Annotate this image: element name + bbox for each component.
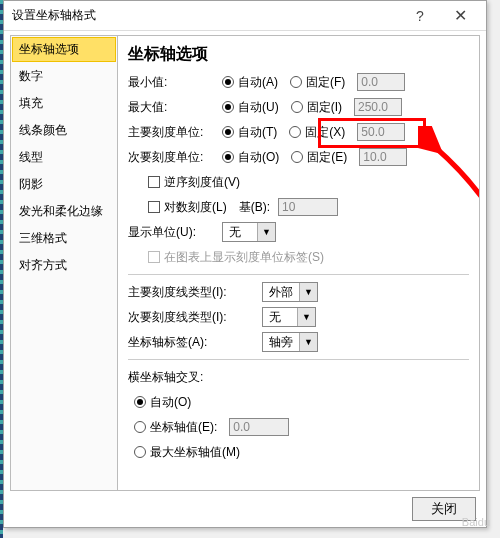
row-axis-labels: 坐标轴标签(A): 轴旁 ▼ (128, 331, 469, 353)
sidebar-item-line-style[interactable]: 线型 (11, 144, 117, 171)
radio-max-auto[interactable]: 自动(U) (222, 99, 279, 116)
dialog-window: 设置坐标轴格式 ? ✕ 坐标轴选项 数字 填充 线条颜色 线型 阴影 发光和柔化… (3, 0, 487, 528)
label-major-tick: 主要刻度线类型(I): (128, 284, 258, 301)
titlebar: 设置坐标轴格式 ? ✕ (4, 1, 486, 31)
label-max: 最大值: (128, 99, 218, 116)
row-logscale: 对数刻度(L) 基(B): (128, 196, 469, 218)
radio-minor-fixed[interactable]: 固定(E) (291, 149, 347, 166)
chk-logscale[interactable]: 对数刻度(L) (148, 199, 227, 216)
row-reverse: 逆序刻度值(V) (128, 171, 469, 193)
row-max: 最大值: 自动(U) 固定(I) (128, 96, 469, 118)
sidebar: 坐标轴选项 数字 填充 线条颜色 线型 阴影 发光和柔化边缘 三维格式 对齐方式 (10, 35, 118, 491)
help-button[interactable]: ? (400, 2, 440, 30)
input-minor[interactable] (359, 148, 407, 166)
separator (128, 359, 469, 360)
label-min: 最小值: (128, 74, 218, 91)
input-base[interactable] (278, 198, 338, 216)
row-cross-max: 最大坐标轴值(M) (128, 441, 469, 463)
chevron-down-icon: ▼ (257, 223, 275, 241)
separator (128, 274, 469, 275)
radio-max-fixed[interactable]: 固定(I) (291, 99, 342, 116)
select-axis-labels[interactable]: 轴旁 ▼ (262, 332, 318, 352)
label-cross-heading: 横坐标轴交叉: (128, 369, 203, 386)
radio-cross-value[interactable]: 坐标轴值(E): (134, 419, 217, 436)
input-major[interactable] (357, 123, 405, 141)
row-cross-auto: 自动(O) (128, 391, 469, 413)
row-cross-heading: 横坐标轴交叉: (128, 366, 469, 388)
chk-show-unit-label[interactable]: 在图表上显示刻度单位标签(S) (148, 249, 324, 266)
radio-major-auto[interactable]: 自动(T) (222, 124, 277, 141)
sidebar-item-number[interactable]: 数字 (11, 63, 117, 90)
sidebar-item-shadow[interactable]: 阴影 (11, 171, 117, 198)
radio-major-fixed[interactable]: 固定(X) (289, 124, 345, 141)
row-show-unit-label: 在图表上显示刻度单位标签(S) (128, 246, 469, 268)
chevron-down-icon: ▼ (299, 283, 317, 301)
sidebar-item-line-color[interactable]: 线条颜色 (11, 117, 117, 144)
select-display-unit[interactable]: 无 ▼ (222, 222, 276, 242)
close-dialog-button[interactable]: 关闭 (412, 497, 476, 521)
select-major-tick[interactable]: 外部 ▼ (262, 282, 318, 302)
input-max[interactable] (354, 98, 402, 116)
radio-cross-max[interactable]: 最大坐标轴值(M) (134, 444, 240, 461)
sidebar-item-3d[interactable]: 三维格式 (11, 225, 117, 252)
label-display-unit: 显示单位(U): (128, 224, 218, 241)
label-base: 基(B): (239, 199, 270, 216)
radio-minor-auto[interactable]: 自动(O) (222, 149, 279, 166)
row-major: 主要刻度单位: 自动(T) 固定(X) (128, 121, 469, 143)
main-panel: 坐标轴选项 最小值: 自动(A) 固定(F) 最大值: 自动(U) 固定(I) … (118, 35, 480, 491)
dialog-body: 坐标轴选项 数字 填充 线条颜色 线型 阴影 发光和柔化边缘 三维格式 对齐方式… (10, 35, 480, 491)
chk-reverse[interactable]: 逆序刻度值(V) (148, 174, 240, 191)
input-min[interactable] (357, 73, 405, 91)
select-minor-tick[interactable]: 无 ▼ (262, 307, 316, 327)
close-button[interactable]: ✕ (440, 2, 480, 30)
sidebar-item-align[interactable]: 对齐方式 (11, 252, 117, 279)
input-cross-value[interactable] (229, 418, 289, 436)
section-title: 坐标轴选项 (128, 44, 469, 65)
row-major-tick: 主要刻度线类型(I): 外部 ▼ (128, 281, 469, 303)
label-axis-labels: 坐标轴标签(A): (128, 334, 258, 351)
radio-cross-auto[interactable]: 自动(O) (134, 394, 191, 411)
label-major: 主要刻度单位: (128, 124, 218, 141)
row-cross-value: 坐标轴值(E): (128, 416, 469, 438)
titlebar-title: 设置坐标轴格式 (12, 7, 400, 24)
sidebar-item-glow[interactable]: 发光和柔化边缘 (11, 198, 117, 225)
chevron-down-icon: ▼ (297, 308, 315, 326)
row-min: 最小值: 自动(A) 固定(F) (128, 71, 469, 93)
row-display-unit: 显示单位(U): 无 ▼ (128, 221, 469, 243)
sidebar-item-fill[interactable]: 填充 (11, 90, 117, 117)
dialog-footer: 关闭 (4, 497, 486, 521)
chevron-down-icon: ▼ (299, 333, 317, 351)
label-minor: 次要刻度单位: (128, 149, 218, 166)
row-minor: 次要刻度单位: 自动(O) 固定(E) (128, 146, 469, 168)
radio-min-fixed[interactable]: 固定(F) (290, 74, 345, 91)
sidebar-item-axis-options[interactable]: 坐标轴选项 (12, 37, 116, 62)
radio-min-auto[interactable]: 自动(A) (222, 74, 278, 91)
row-minor-tick: 次要刻度线类型(I): 无 ▼ (128, 306, 469, 328)
label-minor-tick: 次要刻度线类型(I): (128, 309, 258, 326)
